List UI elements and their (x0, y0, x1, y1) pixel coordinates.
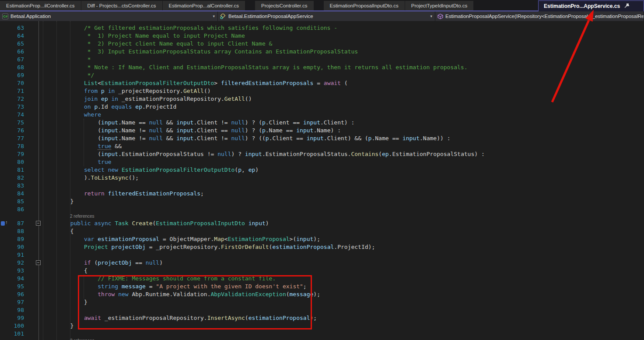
code-text: ).ToListAsync(); (43, 174, 139, 182)
code-text: on p.Id equals ep.ProjectId (43, 103, 176, 111)
code-line[interactable]: 77 (input.Name != null && input.Client !… (0, 135, 644, 142)
line-number: 94 (0, 275, 24, 283)
code-line[interactable]: 89 var estimationProposal = ObjectMapper… (0, 235, 644, 243)
code-line[interactable]: 97 } (0, 298, 644, 306)
code-text: public async Task Create(EstimationPropo… (43, 220, 269, 227)
chevron-down-icon[interactable]: ▾ (427, 14, 432, 18)
code-line[interactable]: 96 throw new Abp.Runtime.Validation.AbpV… (0, 290, 644, 298)
editor-tab[interactable]: ProjectsController.cs (255, 1, 313, 11)
fold-collapse-button[interactable]: − (36, 221, 41, 226)
pin-icon[interactable] (624, 3, 630, 10)
code-line[interactable]: 87↑− public async Task Create(Estimation… (0, 220, 644, 227)
tab-label: EstimationProposalInputDto.cs (330, 3, 399, 8)
code-line[interactable]: 100 } (0, 322, 644, 330)
code-text: * (43, 56, 91, 64)
code-text: true && (43, 142, 122, 150)
editor-tab[interactable]: EstimationProp...alController.cs (163, 1, 245, 11)
code-line[interactable]: 95 string message = "A project with the … (0, 283, 644, 290)
line-number: 77 (0, 135, 24, 142)
code-text: if (projectObj == null) (43, 259, 163, 267)
code-text: (input.Name != null && input.Client != n… (43, 135, 450, 142)
line-number: 88 (0, 227, 24, 235)
code-line[interactable]: 70 List<EstimationProposalFilterOutputDt… (0, 79, 644, 87)
codelens-references[interactable]: 2 references (70, 338, 94, 340)
line-number: 84 (0, 190, 24, 198)
code-text: join ep in _estimationProposalRepository… (43, 95, 252, 103)
code-line[interactable]: 65 * 2) Project client Name equal to inp… (0, 40, 644, 48)
editor-tab[interactable]: ProjectTypeIdInputDto.cs (405, 1, 473, 11)
project-dropdown-label: Betaal.Application (10, 14, 51, 19)
code-line[interactable]: 72 join ep in _estimationProposalReposit… (0, 95, 644, 103)
code-line[interactable]: 63 /* Get filtered estimationProposals w… (0, 24, 644, 32)
code-text: Project projectObj = _projectRepository.… (43, 243, 375, 251)
line-number: 76 (0, 127, 24, 135)
code-line[interactable]: 75 (input.Name == null && input.Client !… (0, 119, 644, 127)
line-number: 63 (0, 24, 24, 32)
code-line[interactable]: 80 true (0, 158, 644, 166)
line-number: 79 (0, 150, 24, 158)
method-icon (438, 14, 443, 19)
fold-collapse-button[interactable]: − (36, 260, 41, 265)
code-text: { (43, 227, 74, 235)
code-line[interactable]: 68 * Note : If Name, Client and Estimati… (0, 64, 644, 71)
line-number: 83 (0, 182, 24, 190)
code-line[interactable]: 94 // FIXME: Messages should come from a… (0, 275, 644, 283)
code-line[interactable]: 69 */ (0, 71, 644, 79)
code-line[interactable]: 86 (0, 205, 644, 213)
code-line[interactable]: 90 Project projectObj = _projectReposito… (0, 243, 644, 251)
vs-window: EstimationProp...ilController.csDiff - P… (0, 0, 644, 340)
code-text: from p in _projectRepository.GetAll() (43, 87, 211, 95)
code-line[interactable]: 74 where (0, 111, 644, 119)
code-text: select new EstimationProposalFilterOutpu… (43, 166, 259, 174)
editor-tab[interactable]: EstimationProp...ilController.cs (0, 1, 81, 11)
member-dropdown[interactable]: EstimationProposalAppService(IRepository… (435, 11, 644, 21)
code-text: string message = "A project with the giv… (43, 283, 307, 290)
project-dropdown[interactable]: C# Betaal.Application ▾ (0, 11, 218, 21)
code-line[interactable]: 91 (0, 251, 644, 259)
member-dropdown-label: EstimationProposalAppService(IRepository… (445, 14, 644, 19)
code-line[interactable]: 66 * 3) Input EstimationProposalStatus a… (0, 48, 644, 56)
type-dropdown[interactable]: Betaal.EstimationProposalAppService ▾ (218, 11, 435, 21)
code-line[interactable]: 78 true && (0, 142, 644, 150)
breadcrumb-bar: C# Betaal.Application ▾ Betaal.Estimatio… (0, 11, 644, 21)
line-number: 65 (0, 40, 24, 48)
code-line[interactable]: 92− if (projectObj == null) (0, 259, 644, 267)
code-line[interactable]: 85 } (0, 198, 644, 205)
line-number: 86 (0, 205, 24, 213)
codelens-row: 2 references (0, 213, 644, 220)
line-number: 64 (0, 32, 24, 40)
code-line[interactable]: 79 (input.EstimationProposalStatus != nu… (0, 150, 644, 158)
code-line[interactable]: 93 { (0, 267, 644, 275)
code-line[interactable]: 101 (0, 330, 644, 338)
margin-bookmark-icon: ↑ (1, 221, 10, 226)
tab-label: ProjectTypeIdInputDto.cs (411, 3, 467, 8)
line-number: 85 (0, 198, 24, 205)
editor-tab-active[interactable]: EstimationPro...AppService.cs (538, 0, 644, 11)
code-line[interactable]: 73 on p.Id equals ep.ProjectId (0, 103, 644, 111)
editor-tab[interactable]: Diff - Projects...ctsController.cs (81, 1, 162, 11)
code-line[interactable]: 88 { (0, 227, 644, 235)
tab-label: Diff - Projects...ctsController.cs (88, 3, 156, 8)
code-editor[interactable]: 63 /* Get filtered estimationProposals w… (0, 21, 644, 340)
code-text: (input.Name == null && input.Client != n… (43, 119, 354, 127)
line-number: 97 (0, 298, 24, 306)
code-line[interactable]: 81 select new EstimationProposalFilterOu… (0, 166, 644, 174)
code-text: } (43, 322, 74, 330)
type-dropdown-label: Betaal.EstimationProposalAppService (228, 14, 313, 19)
code-line[interactable]: 67 * (0, 56, 644, 64)
code-line[interactable]: 99 await _estimationProposalRepository.I… (0, 314, 644, 322)
code-line[interactable]: 76 (input.Name != null && input.Client =… (0, 127, 644, 135)
codelens-references[interactable]: 2 references (70, 214, 94, 219)
line-number: 70 (0, 79, 24, 87)
code-line[interactable]: 71 from p in _projectRepository.GetAll() (0, 87, 644, 95)
code-line[interactable]: 84 return filteredEstimationProposals; (0, 190, 644, 198)
tab-bar: EstimationProp...ilController.csDiff - P… (0, 0, 644, 11)
editor-tab[interactable]: EstimationProposalInputDto.cs (324, 1, 405, 11)
line-number: 75 (0, 119, 24, 127)
code-line[interactable]: 83 (0, 182, 644, 190)
line-number: 81 (0, 166, 24, 174)
code-line[interactable]: 98 (0, 306, 644, 314)
code-line[interactable]: 82 ).ToListAsync(); (0, 174, 644, 182)
chevron-down-icon[interactable]: ▾ (209, 14, 215, 18)
code-line[interactable]: 64 * 1) Project Name equal to input Proj… (0, 32, 644, 40)
